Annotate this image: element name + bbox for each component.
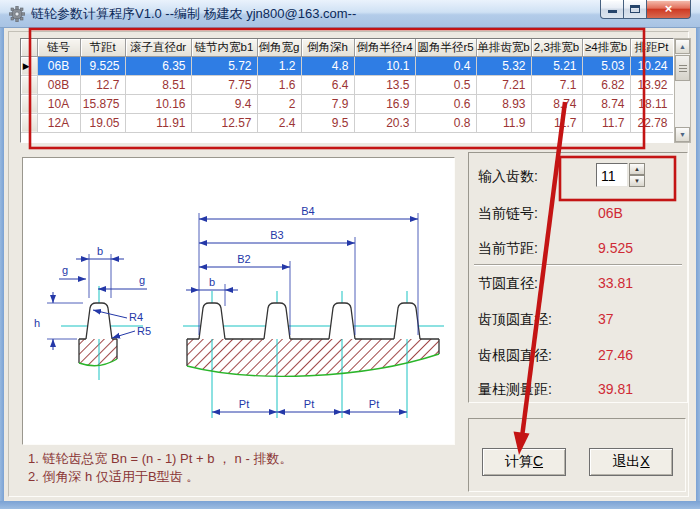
table-cell[interactable]: 0.8 [415,113,476,132]
title-bar[interactable]: 链轮参数计算程序V1.0 --编制 杨建农 yjn800@163.com-- × [0,0,700,28]
table-cell[interactable]: 15.875 [80,94,125,113]
row-selector[interactable] [21,113,37,132]
table-cell[interactable]: 6.82 [582,75,630,94]
table-cell[interactable]: 10.16 [125,94,191,113]
table-cell[interactable]: 10.1 [354,56,415,75]
current-pitch-value: 9.525 [598,240,633,256]
exit-button[interactable]: 退出X [589,448,673,476]
dim-label-b-right: b [209,276,215,288]
table-cell[interactable]: 5.32 [476,56,531,75]
table-cell[interactable]: 4.8 [301,56,354,75]
dim-label-r5: R5 [137,325,151,337]
table-cell[interactable]: 0.5 [415,75,476,94]
footnote-1: 1. 链轮齿总宽 Bn = (n - 1) Pt + b ， n - 排数。 [28,450,292,468]
col-header-2-3-row-width[interactable]: 2,3排宽b [531,39,582,56]
root-circle-label: 齿根圆直径: [478,347,552,365]
table-cell[interactable]: 12.57 [191,113,257,132]
col-header-chamfer-width[interactable]: 倒角宽g [257,39,301,56]
stepper-down-icon[interactable]: ▼ [629,175,645,187]
table-cell[interactable]: 7.75 [191,75,257,94]
dim-label-b-left: b [97,245,103,257]
current-row-marker[interactable]: ▶ [21,56,37,75]
table-cell[interactable]: 12A [37,113,80,132]
table-cell[interactable]: 06B [37,56,80,75]
dim-label-pt1: Pt [239,398,249,410]
col-header-fillet-radius[interactable]: 圆角半径r5 [415,39,476,56]
root-circle-value: 27.46 [598,347,633,363]
table-cell[interactable]: 0.6 [415,94,476,113]
col-header-pitch[interactable]: 节距t [80,39,125,56]
table-cell[interactable]: 7.1 [531,75,582,94]
col-header-4plus-row-width[interactable]: ≥4排宽b [582,39,630,56]
scroll-down-icon[interactable]: ▼ [675,127,690,142]
table-cell[interactable]: 13.92 [630,75,673,94]
exit-button-label: 退出 [612,453,640,469]
table-cell[interactable]: 0.4 [415,56,476,75]
table-cell[interactable]: 9.525 [80,56,125,75]
table-cell[interactable]: 5.21 [531,56,582,75]
table-header-row: 链号 节距t 滚子直径dr 链节内宽b1 倒角宽g 倒角深h 倒角半径r4 圆角… [21,39,673,56]
table-cell[interactable]: 22.78 [630,113,673,132]
table-cell[interactable]: 16.9 [354,94,415,113]
table-row[interactable]: 08B12.78.517.751.66.413.50.57.217.16.821… [21,75,673,94]
table-cell[interactable]: 9.4 [191,94,257,113]
table-cell[interactable]: 5.03 [582,56,630,75]
table-cell[interactable]: 11.9 [476,113,531,132]
close-button[interactable]: × [646,0,691,19]
scroll-up-icon[interactable]: ▲ [675,39,690,54]
col-header-roller-dia[interactable]: 滚子直径dr [125,39,191,56]
table-cell[interactable]: 11.7 [531,113,582,132]
table-cell[interactable]: 8.93 [476,94,531,113]
table-cell[interactable]: 9.5 [301,113,354,132]
drawing-panel: b g g h R4 R5 B4 B3 B2 b Pt Pt Pt [22,157,455,445]
table-cell[interactable]: 2.4 [257,113,301,132]
table-row[interactable]: 10A15.87510.169.427.916.90.68.938.748.74… [21,94,673,113]
table-cell[interactable]: 13.5 [354,75,415,94]
dim-label-b3: B3 [270,229,283,241]
table-cell[interactable]: 10A [37,94,80,113]
maximize-icon [630,5,640,13]
table-cell[interactable]: 2 [257,94,301,113]
selector-column-header [21,39,37,56]
table-cell[interactable]: 6.35 [125,56,191,75]
chain-parameter-table: 链号 节距t 滚子直径dr 链节内宽b1 倒角宽g 倒角深h 倒角半径r4 圆角… [20,38,674,143]
table-cell[interactable]: 18.11 [630,94,673,113]
minimize-button[interactable] [600,0,624,19]
col-header-single-row-width[interactable]: 单排齿宽b [476,39,531,56]
table-cell[interactable]: 7.9 [301,94,354,113]
table-scrollbar[interactable]: ▲ ▼ [674,38,691,143]
table-cell[interactable]: 8.74 [531,94,582,113]
table-row[interactable]: 12A19.0511.9112.572.49.520.30.811.911.71… [21,113,673,132]
maximize-button[interactable] [624,0,646,19]
table-cell[interactable]: 8.74 [582,94,630,113]
calculate-button[interactable]: 计算C [482,448,566,476]
teeth-count-input[interactable] [596,163,628,187]
table-cell[interactable]: 5.72 [191,56,257,75]
col-header-chamfer-depth[interactable]: 倒角深h [301,39,354,56]
scrollbar-thumb[interactable] [675,55,690,81]
dim-label-b4: B4 [301,205,314,217]
row-selector[interactable] [21,75,37,94]
col-header-row-spacing[interactable]: 排距Pt [630,39,673,56]
close-icon: × [665,1,673,16]
table-cell[interactable]: 11.7 [582,113,630,132]
stepper-up-icon[interactable]: ▲ [629,163,645,175]
col-header-inner-width[interactable]: 链节内宽b1 [191,39,257,56]
tip-circle-value: 37 [598,311,614,327]
table-cell[interactable]: 19.05 [80,113,125,132]
table-cell[interactable]: 20.3 [354,113,415,132]
table-cell[interactable]: 1.6 [257,75,301,94]
table-cell[interactable]: 8.51 [125,75,191,94]
row-selector[interactable] [21,94,37,113]
table-row[interactable]: ▶06B9.5256.355.721.24.810.10.45.325.215.… [21,56,673,75]
table-cell[interactable]: 10.24 [630,56,673,75]
table-cell[interactable]: 08B [37,75,80,94]
table-cell[interactable]: 11.91 [125,113,191,132]
col-header-chain-no[interactable]: 链号 [37,39,80,56]
minimize-icon [608,10,617,13]
col-header-chamfer-radius[interactable]: 倒角半径r4 [354,39,415,56]
table-cell[interactable]: 6.4 [301,75,354,94]
table-cell[interactable]: 12.7 [80,75,125,94]
table-cell[interactable]: 1.2 [257,56,301,75]
table-cell[interactable]: 7.21 [476,75,531,94]
